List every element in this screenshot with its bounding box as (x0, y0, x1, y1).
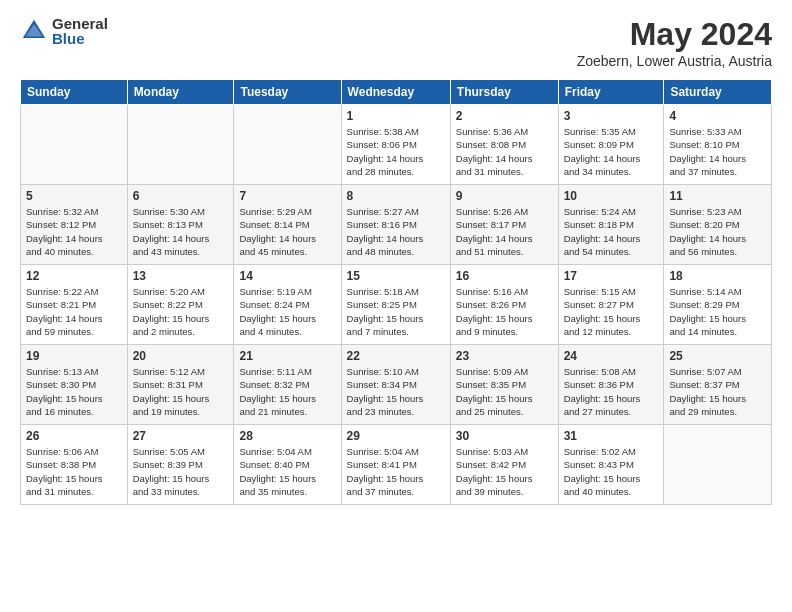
calendar-cell: 18Sunrise: 5:14 AM Sunset: 8:29 PM Dayli… (664, 265, 772, 345)
day-number: 17 (564, 269, 659, 283)
day-info: Sunrise: 5:13 AM Sunset: 8:30 PM Dayligh… (26, 365, 122, 418)
day-number: 1 (347, 109, 445, 123)
day-number: 15 (347, 269, 445, 283)
day-info: Sunrise: 5:04 AM Sunset: 8:41 PM Dayligh… (347, 445, 445, 498)
day-info: Sunrise: 5:38 AM Sunset: 8:06 PM Dayligh… (347, 125, 445, 178)
day-number: 5 (26, 189, 122, 203)
calendar-cell: 12Sunrise: 5:22 AM Sunset: 8:21 PM Dayli… (21, 265, 128, 345)
day-number: 4 (669, 109, 766, 123)
day-number: 12 (26, 269, 122, 283)
col-sunday: Sunday (21, 80, 128, 105)
day-info: Sunrise: 5:06 AM Sunset: 8:38 PM Dayligh… (26, 445, 122, 498)
calendar-cell: 11Sunrise: 5:23 AM Sunset: 8:20 PM Dayli… (664, 185, 772, 265)
day-number: 9 (456, 189, 553, 203)
day-number: 2 (456, 109, 553, 123)
calendar-cell (234, 105, 341, 185)
day-number: 26 (26, 429, 122, 443)
calendar-cell: 23Sunrise: 5:09 AM Sunset: 8:35 PM Dayli… (450, 345, 558, 425)
calendar-cell: 5Sunrise: 5:32 AM Sunset: 8:12 PM Daylig… (21, 185, 128, 265)
calendar-cell: 6Sunrise: 5:30 AM Sunset: 8:13 PM Daylig… (127, 185, 234, 265)
calendar-cell: 19Sunrise: 5:13 AM Sunset: 8:30 PM Dayli… (21, 345, 128, 425)
day-number: 30 (456, 429, 553, 443)
day-number: 3 (564, 109, 659, 123)
calendar-cell: 9Sunrise: 5:26 AM Sunset: 8:17 PM Daylig… (450, 185, 558, 265)
day-info: Sunrise: 5:24 AM Sunset: 8:18 PM Dayligh… (564, 205, 659, 258)
day-number: 27 (133, 429, 229, 443)
logo-general-text: General (52, 16, 108, 31)
calendar-cell: 4Sunrise: 5:33 AM Sunset: 8:10 PM Daylig… (664, 105, 772, 185)
day-info: Sunrise: 5:09 AM Sunset: 8:35 PM Dayligh… (456, 365, 553, 418)
calendar-week-row-5: 26Sunrise: 5:06 AM Sunset: 8:38 PM Dayli… (21, 425, 772, 505)
calendar-cell: 25Sunrise: 5:07 AM Sunset: 8:37 PM Dayli… (664, 345, 772, 425)
day-info: Sunrise: 5:04 AM Sunset: 8:40 PM Dayligh… (239, 445, 335, 498)
day-info: Sunrise: 5:26 AM Sunset: 8:17 PM Dayligh… (456, 205, 553, 258)
day-info: Sunrise: 5:16 AM Sunset: 8:26 PM Dayligh… (456, 285, 553, 338)
day-info: Sunrise: 5:12 AM Sunset: 8:31 PM Dayligh… (133, 365, 229, 418)
calendar-cell: 26Sunrise: 5:06 AM Sunset: 8:38 PM Dayli… (21, 425, 128, 505)
day-info: Sunrise: 5:02 AM Sunset: 8:43 PM Dayligh… (564, 445, 659, 498)
calendar-cell: 10Sunrise: 5:24 AM Sunset: 8:18 PM Dayli… (558, 185, 664, 265)
calendar-cell: 30Sunrise: 5:03 AM Sunset: 8:42 PM Dayli… (450, 425, 558, 505)
day-info: Sunrise: 5:18 AM Sunset: 8:25 PM Dayligh… (347, 285, 445, 338)
logo-text: General Blue (52, 16, 108, 46)
day-info: Sunrise: 5:32 AM Sunset: 8:12 PM Dayligh… (26, 205, 122, 258)
calendar-cell: 3Sunrise: 5:35 AM Sunset: 8:09 PM Daylig… (558, 105, 664, 185)
logo-icon (20, 17, 48, 45)
day-number: 13 (133, 269, 229, 283)
calendar-cell: 21Sunrise: 5:11 AM Sunset: 8:32 PM Dayli… (234, 345, 341, 425)
day-info: Sunrise: 5:20 AM Sunset: 8:22 PM Dayligh… (133, 285, 229, 338)
day-info: Sunrise: 5:36 AM Sunset: 8:08 PM Dayligh… (456, 125, 553, 178)
day-number: 29 (347, 429, 445, 443)
day-number: 20 (133, 349, 229, 363)
col-thursday: Thursday (450, 80, 558, 105)
day-number: 10 (564, 189, 659, 203)
title-block: May 2024 Zoebern, Lower Austria, Austria (577, 16, 772, 69)
logo-blue-text: Blue (52, 31, 108, 46)
calendar-cell (664, 425, 772, 505)
calendar-cell: 2Sunrise: 5:36 AM Sunset: 8:08 PM Daylig… (450, 105, 558, 185)
calendar-cell: 24Sunrise: 5:08 AM Sunset: 8:36 PM Dayli… (558, 345, 664, 425)
day-number: 31 (564, 429, 659, 443)
day-number: 19 (26, 349, 122, 363)
day-info: Sunrise: 5:27 AM Sunset: 8:16 PM Dayligh… (347, 205, 445, 258)
day-number: 21 (239, 349, 335, 363)
calendar-cell: 7Sunrise: 5:29 AM Sunset: 8:14 PM Daylig… (234, 185, 341, 265)
calendar-cell (127, 105, 234, 185)
calendar-week-row-2: 5Sunrise: 5:32 AM Sunset: 8:12 PM Daylig… (21, 185, 772, 265)
calendar-cell: 17Sunrise: 5:15 AM Sunset: 8:27 PM Dayli… (558, 265, 664, 345)
day-number: 7 (239, 189, 335, 203)
day-info: Sunrise: 5:11 AM Sunset: 8:32 PM Dayligh… (239, 365, 335, 418)
day-info: Sunrise: 5:08 AM Sunset: 8:36 PM Dayligh… (564, 365, 659, 418)
col-tuesday: Tuesday (234, 80, 341, 105)
day-number: 8 (347, 189, 445, 203)
day-info: Sunrise: 5:07 AM Sunset: 8:37 PM Dayligh… (669, 365, 766, 418)
day-number: 16 (456, 269, 553, 283)
calendar-table: Sunday Monday Tuesday Wednesday Thursday… (20, 79, 772, 505)
day-info: Sunrise: 5:33 AM Sunset: 8:10 PM Dayligh… (669, 125, 766, 178)
day-info: Sunrise: 5:05 AM Sunset: 8:39 PM Dayligh… (133, 445, 229, 498)
calendar-cell: 27Sunrise: 5:05 AM Sunset: 8:39 PM Dayli… (127, 425, 234, 505)
calendar-cell: 13Sunrise: 5:20 AM Sunset: 8:22 PM Dayli… (127, 265, 234, 345)
calendar-week-row-3: 12Sunrise: 5:22 AM Sunset: 8:21 PM Dayli… (21, 265, 772, 345)
calendar-cell: 22Sunrise: 5:10 AM Sunset: 8:34 PM Dayli… (341, 345, 450, 425)
day-number: 18 (669, 269, 766, 283)
calendar-cell: 29Sunrise: 5:04 AM Sunset: 8:41 PM Dayli… (341, 425, 450, 505)
day-number: 11 (669, 189, 766, 203)
calendar-cell: 31Sunrise: 5:02 AM Sunset: 8:43 PM Dayli… (558, 425, 664, 505)
subtitle: Zoebern, Lower Austria, Austria (577, 53, 772, 69)
day-info: Sunrise: 5:29 AM Sunset: 8:14 PM Dayligh… (239, 205, 335, 258)
day-number: 23 (456, 349, 553, 363)
calendar-cell: 1Sunrise: 5:38 AM Sunset: 8:06 PM Daylig… (341, 105, 450, 185)
day-info: Sunrise: 5:35 AM Sunset: 8:09 PM Dayligh… (564, 125, 659, 178)
calendar-cell: 20Sunrise: 5:12 AM Sunset: 8:31 PM Dayli… (127, 345, 234, 425)
day-number: 22 (347, 349, 445, 363)
day-info: Sunrise: 5:15 AM Sunset: 8:27 PM Dayligh… (564, 285, 659, 338)
col-wednesday: Wednesday (341, 80, 450, 105)
day-info: Sunrise: 5:03 AM Sunset: 8:42 PM Dayligh… (456, 445, 553, 498)
day-info: Sunrise: 5:19 AM Sunset: 8:24 PM Dayligh… (239, 285, 335, 338)
day-info: Sunrise: 5:10 AM Sunset: 8:34 PM Dayligh… (347, 365, 445, 418)
day-number: 14 (239, 269, 335, 283)
calendar-cell: 16Sunrise: 5:16 AM Sunset: 8:26 PM Dayli… (450, 265, 558, 345)
calendar-header-row: Sunday Monday Tuesday Wednesday Thursday… (21, 80, 772, 105)
main-title: May 2024 (577, 16, 772, 53)
